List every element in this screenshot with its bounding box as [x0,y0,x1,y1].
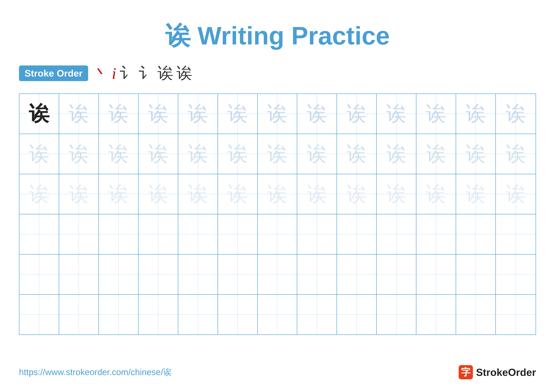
grid-cell[interactable] [99,214,139,254]
footer-url-link[interactable]: https://www.strokeorder.com/chinese/诶 [19,366,172,378]
grid-cell[interactable] [416,295,456,335]
grid-cell[interactable]: 诶 [139,94,178,134]
stroke-3: 讠 [119,63,135,84]
grid-cell[interactable]: 诶 [456,94,496,134]
grid-cell[interactable]: 诶 [456,134,496,174]
grid-cell[interactable]: 诶 [139,134,178,174]
grid-cell[interactable]: 诶 [258,94,297,134]
grid-cell[interactable]: 诶 [496,174,535,214]
grid-cell[interactable]: 诶 [99,174,139,214]
grid-cell[interactable] [178,255,218,294]
grid-cell[interactable] [496,214,535,254]
grid-cell[interactable] [59,295,99,335]
cell-character: 诶 [267,184,287,204]
cell-character: 诶 [68,184,89,204]
grid-cell[interactable] [99,295,139,335]
cell-character: 诶 [68,143,89,164]
cell-character: 诶 [227,184,248,204]
cell-character: 诶 [386,143,407,164]
grid-cell[interactable]: 诶 [218,134,258,174]
cell-character: 诶 [188,103,208,124]
grid-cell[interactable] [218,214,258,254]
grid-cell[interactable]: 诶 [20,94,59,134]
grid-cell[interactable] [139,255,178,294]
grid-cell[interactable] [218,255,258,294]
grid-cell[interactable] [297,295,337,335]
grid-cell[interactable] [297,214,337,254]
grid-cell[interactable]: 诶 [20,174,59,214]
grid-cell[interactable]: 诶 [178,134,218,174]
grid-cell[interactable] [456,255,496,294]
grid-cell[interactable]: 诶 [258,174,297,214]
cell-character: 诶 [426,103,446,124]
grid-cell[interactable]: 诶 [59,134,99,174]
grid-cell[interactable] [337,255,377,294]
grid-cell[interactable] [337,295,377,335]
grid-cell[interactable]: 诶 [139,174,178,214]
stroke-2: i [112,64,116,82]
logo-char: 字 [461,366,470,379]
grid-cell[interactable] [20,255,59,294]
grid-cell[interactable]: 诶 [99,134,139,174]
grid-cell[interactable]: 诶 [59,94,99,134]
grid-cell[interactable] [139,214,178,254]
cell-character: 诶 [307,184,327,204]
grid-cell[interactable]: 诶 [20,134,59,174]
grid-cell[interactable]: 诶 [178,94,218,134]
grid-cell[interactable] [496,295,535,335]
grid-cell[interactable] [178,295,218,335]
grid-cell[interactable] [297,255,337,294]
grid-cell[interactable] [139,295,178,335]
cell-character: 诶 [466,143,486,164]
grid-cell[interactable] [456,295,496,335]
grid-cell[interactable] [99,255,139,294]
grid-cell[interactable] [496,255,535,294]
grid-cell[interactable] [377,214,416,254]
grid-cell[interactable] [59,214,99,254]
cell-character: 诶 [29,143,49,164]
cell-character: 诶 [505,143,526,164]
grid-cell[interactable] [178,214,218,254]
grid-cell[interactable]: 诶 [178,174,218,214]
cell-character: 诶 [346,103,367,124]
grid-cell[interactable]: 诶 [416,174,456,214]
grid-cell[interactable] [416,214,456,254]
grid-cell[interactable]: 诶 [297,134,337,174]
grid-cell[interactable]: 诶 [297,174,337,214]
grid-cell[interactable]: 诶 [496,134,535,174]
grid-cell[interactable] [20,214,59,254]
grid-cell[interactable] [258,255,297,294]
stroke-6: 诶 [176,63,192,84]
grid-cell[interactable] [377,255,416,294]
grid-cell[interactable] [20,295,59,335]
grid-cell[interactable]: 诶 [496,94,535,134]
grid-cell[interactable] [59,255,99,294]
cell-character: 诶 [108,143,129,164]
page: 诶 Writing Practice Stroke Order 丶 i 讠 讠 … [0,0,555,392]
grid-cell[interactable]: 诶 [377,94,416,134]
grid-cell[interactable] [337,214,377,254]
grid-cell[interactable] [258,295,297,335]
grid-cell[interactable]: 诶 [337,174,377,214]
grid-cell[interactable]: 诶 [59,174,99,214]
cell-character: 诶 [148,184,168,204]
grid-cell[interactable]: 诶 [377,134,416,174]
grid-cell[interactable]: 诶 [218,174,258,214]
grid-cell[interactable]: 诶 [258,134,297,174]
grid-cell[interactable] [258,214,297,254]
grid-cell[interactable] [416,255,456,294]
grid-cell[interactable]: 诶 [416,134,456,174]
grid-cell[interactable]: 诶 [337,134,377,174]
grid-cell[interactable]: 诶 [416,94,456,134]
grid-cell[interactable] [456,214,496,254]
grid-cell[interactable]: 诶 [456,174,496,214]
grid-cell[interactable]: 诶 [297,94,337,134]
grid-cell[interactable]: 诶 [218,94,258,134]
cell-character: 诶 [29,184,49,204]
grid-row-3: 诶 诶 诶 诶 诶 诶 诶 诶 诶 诶 诶 诶 诶 [20,174,535,214]
grid-cell[interactable]: 诶 [337,94,377,134]
grid-cell[interactable]: 诶 [377,174,416,214]
grid-cell[interactable]: 诶 [99,94,139,134]
grid-cell[interactable] [377,295,416,335]
grid-cell[interactable] [218,295,258,335]
